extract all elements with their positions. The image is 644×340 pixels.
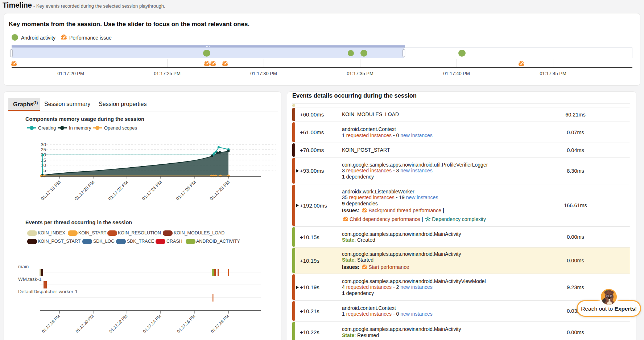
svg-text:15: 15 (41, 157, 46, 163)
svg-text:01:17:22 PM: 01:17:22 PM (107, 180, 129, 201)
svg-text:01:17:26 PM: 01:17:26 PM (175, 180, 197, 201)
svg-text:WM.task-1: WM.task-1 (18, 276, 42, 282)
svg-text:01:17:24 PM: 01:17:24 PM (142, 314, 162, 334)
svg-text:01:17:26 PM: 01:17:26 PM (176, 314, 196, 334)
svg-text:30: 30 (41, 142, 46, 147)
svg-text:main: main (18, 264, 29, 269)
svg-text:01:17:24 PM: 01:17:24 PM (141, 180, 163, 201)
svg-text:01:17:20 PM: 01:17:20 PM (75, 314, 95, 334)
svg-text:01:17:18 PM: 01:17:18 PM (41, 314, 61, 334)
svg-text:01:17:28 PM: 01:17:28 PM (209, 180, 231, 201)
svg-text:01:17:22 PM: 01:17:22 PM (108, 314, 128, 334)
svg-text:10: 10 (41, 163, 46, 168)
svg-text:01:17:20 PM: 01:17:20 PM (74, 180, 95, 201)
svg-text:5: 5 (44, 168, 46, 173)
svg-text:DefaultDispatcher-worker-1: DefaultDispatcher-worker-1 (18, 289, 78, 294)
svg-text:01:17:18 PM: 01:17:18 PM (40, 180, 62, 201)
svg-text:01:17:28 PM: 01:17:28 PM (210, 314, 230, 334)
svg-text:25: 25 (41, 147, 46, 152)
